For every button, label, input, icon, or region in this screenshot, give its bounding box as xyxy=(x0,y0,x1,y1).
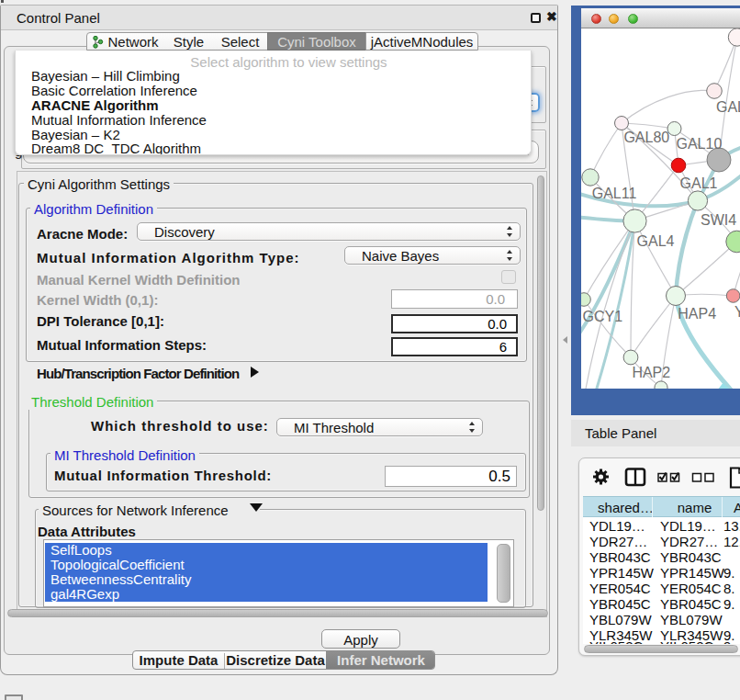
svg-text:GCY1: GCY1 xyxy=(583,309,623,324)
svg-text:HAP2: HAP2 xyxy=(632,365,670,380)
svg-text:GAL80: GAL80 xyxy=(623,130,669,145)
svg-text:GAL7: GAL7 xyxy=(716,99,740,115)
svg-text:GAL11: GAL11 xyxy=(592,186,637,201)
svg-text:Y: Y xyxy=(734,304,740,320)
svg-text:SWI4: SWI4 xyxy=(701,212,736,228)
svg-text:GAL1: GAL1 xyxy=(680,175,718,191)
svg-text:GAL4: GAL4 xyxy=(637,233,675,249)
svg-text:HAP4: HAP4 xyxy=(678,306,716,322)
svg-text:GAL10: GAL10 xyxy=(677,136,723,152)
